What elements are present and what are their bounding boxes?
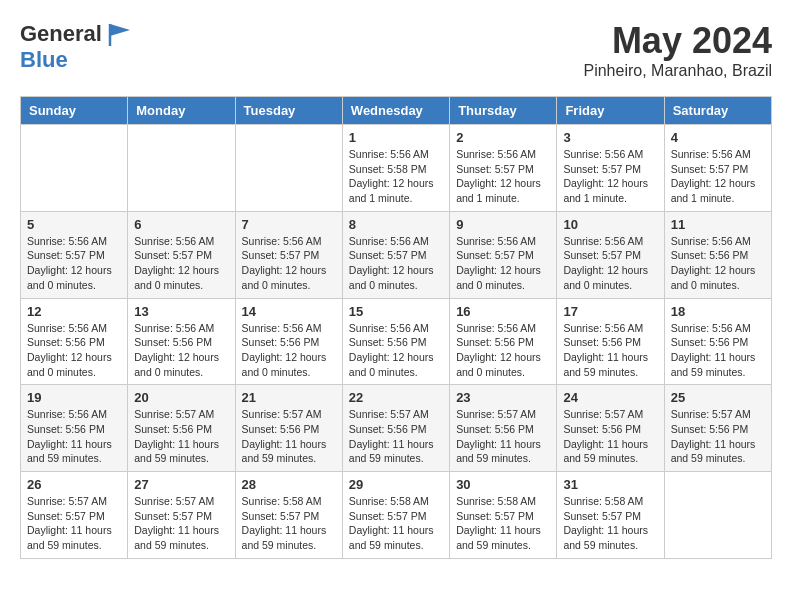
calendar-cell: 16Sunrise: 5:56 AM Sunset: 5:56 PM Dayli… [450,298,557,385]
calendar-cell: 30Sunrise: 5:58 AM Sunset: 5:57 PM Dayli… [450,472,557,559]
day-number: 23 [456,390,550,405]
day-number: 6 [134,217,228,232]
day-number: 21 [242,390,336,405]
calendar-cell: 5Sunrise: 5:56 AM Sunset: 5:57 PM Daylig… [21,211,128,298]
day-info: Sunrise: 5:56 AM Sunset: 5:56 PM Dayligh… [563,321,657,380]
day-info: Sunrise: 5:56 AM Sunset: 5:56 PM Dayligh… [242,321,336,380]
day-number: 18 [671,304,765,319]
calendar-cell: 6Sunrise: 5:56 AM Sunset: 5:57 PM Daylig… [128,211,235,298]
day-info: Sunrise: 5:57 AM Sunset: 5:56 PM Dayligh… [456,407,550,466]
title-block: May 2024 Pinheiro, Maranhao, Brazil [583,20,772,80]
calendar-week-row: 26Sunrise: 5:57 AM Sunset: 5:57 PM Dayli… [21,472,772,559]
day-number: 20 [134,390,228,405]
day-info: Sunrise: 5:56 AM Sunset: 5:57 PM Dayligh… [563,147,657,206]
day-number: 8 [349,217,443,232]
calendar-cell: 28Sunrise: 5:58 AM Sunset: 5:57 PM Dayli… [235,472,342,559]
day-info: Sunrise: 5:58 AM Sunset: 5:57 PM Dayligh… [563,494,657,553]
day-info: Sunrise: 5:57 AM Sunset: 5:57 PM Dayligh… [27,494,121,553]
day-info: Sunrise: 5:56 AM Sunset: 5:57 PM Dayligh… [27,234,121,293]
day-info: Sunrise: 5:57 AM Sunset: 5:56 PM Dayligh… [671,407,765,466]
calendar-cell: 15Sunrise: 5:56 AM Sunset: 5:56 PM Dayli… [342,298,449,385]
calendar-cell: 31Sunrise: 5:58 AM Sunset: 5:57 PM Dayli… [557,472,664,559]
weekday-header-friday: Friday [557,97,664,125]
calendar-cell: 20Sunrise: 5:57 AM Sunset: 5:56 PM Dayli… [128,385,235,472]
weekday-header-saturday: Saturday [664,97,771,125]
calendar-cell: 21Sunrise: 5:57 AM Sunset: 5:56 PM Dayli… [235,385,342,472]
calendar-week-row: 5Sunrise: 5:56 AM Sunset: 5:57 PM Daylig… [21,211,772,298]
day-info: Sunrise: 5:56 AM Sunset: 5:56 PM Dayligh… [456,321,550,380]
calendar-cell: 25Sunrise: 5:57 AM Sunset: 5:56 PM Dayli… [664,385,771,472]
calendar-cell: 11Sunrise: 5:56 AM Sunset: 5:56 PM Dayli… [664,211,771,298]
day-number: 12 [27,304,121,319]
calendar-week-row: 12Sunrise: 5:56 AM Sunset: 5:56 PM Dayli… [21,298,772,385]
day-number: 3 [563,130,657,145]
day-number: 24 [563,390,657,405]
calendar-week-row: 19Sunrise: 5:56 AM Sunset: 5:56 PM Dayli… [21,385,772,472]
day-info: Sunrise: 5:56 AM Sunset: 5:57 PM Dayligh… [349,234,443,293]
day-info: Sunrise: 5:57 AM Sunset: 5:56 PM Dayligh… [349,407,443,466]
day-info: Sunrise: 5:56 AM Sunset: 5:56 PM Dayligh… [671,321,765,380]
weekday-header-row: SundayMondayTuesdayWednesdayThursdayFrid… [21,97,772,125]
day-info: Sunrise: 5:56 AM Sunset: 5:57 PM Dayligh… [456,234,550,293]
day-number: 5 [27,217,121,232]
day-info: Sunrise: 5:57 AM Sunset: 5:56 PM Dayligh… [242,407,336,466]
day-number: 26 [27,477,121,492]
day-info: Sunrise: 5:58 AM Sunset: 5:57 PM Dayligh… [456,494,550,553]
day-info: Sunrise: 5:58 AM Sunset: 5:57 PM Dayligh… [349,494,443,553]
day-number: 4 [671,130,765,145]
day-number: 31 [563,477,657,492]
calendar-table: SundayMondayTuesdayWednesdayThursdayFrid… [20,96,772,559]
calendar-cell: 22Sunrise: 5:57 AM Sunset: 5:56 PM Dayli… [342,385,449,472]
svg-marker-0 [110,24,130,36]
logo-flag-icon [106,20,134,48]
page-header: General Blue May 2024 Pinheiro, Maranhao… [20,20,772,80]
day-info: Sunrise: 5:57 AM Sunset: 5:56 PM Dayligh… [134,407,228,466]
weekday-header-wednesday: Wednesday [342,97,449,125]
day-info: Sunrise: 5:56 AM Sunset: 5:56 PM Dayligh… [671,234,765,293]
weekday-header-thursday: Thursday [450,97,557,125]
day-info: Sunrise: 5:57 AM Sunset: 5:56 PM Dayligh… [563,407,657,466]
month-title: May 2024 [583,20,772,62]
calendar-cell: 8Sunrise: 5:56 AM Sunset: 5:57 PM Daylig… [342,211,449,298]
calendar-cell: 9Sunrise: 5:56 AM Sunset: 5:57 PM Daylig… [450,211,557,298]
calendar-cell: 29Sunrise: 5:58 AM Sunset: 5:57 PM Dayli… [342,472,449,559]
day-number: 11 [671,217,765,232]
weekday-header-sunday: Sunday [21,97,128,125]
logo: General Blue [20,20,134,72]
day-info: Sunrise: 5:56 AM Sunset: 5:58 PM Dayligh… [349,147,443,206]
calendar-cell: 2Sunrise: 5:56 AM Sunset: 5:57 PM Daylig… [450,125,557,212]
day-number: 30 [456,477,550,492]
day-number: 10 [563,217,657,232]
calendar-cell: 19Sunrise: 5:56 AM Sunset: 5:56 PM Dayli… [21,385,128,472]
location: Pinheiro, Maranhao, Brazil [583,62,772,80]
calendar-cell [21,125,128,212]
day-info: Sunrise: 5:56 AM Sunset: 5:56 PM Dayligh… [134,321,228,380]
calendar-cell: 23Sunrise: 5:57 AM Sunset: 5:56 PM Dayli… [450,385,557,472]
day-info: Sunrise: 5:58 AM Sunset: 5:57 PM Dayligh… [242,494,336,553]
day-info: Sunrise: 5:56 AM Sunset: 5:57 PM Dayligh… [671,147,765,206]
day-number: 17 [563,304,657,319]
calendar-cell [664,472,771,559]
weekday-header-monday: Monday [128,97,235,125]
calendar-cell: 14Sunrise: 5:56 AM Sunset: 5:56 PM Dayli… [235,298,342,385]
calendar-cell: 18Sunrise: 5:56 AM Sunset: 5:56 PM Dayli… [664,298,771,385]
calendar-cell: 24Sunrise: 5:57 AM Sunset: 5:56 PM Dayli… [557,385,664,472]
calendar-cell: 7Sunrise: 5:56 AM Sunset: 5:57 PM Daylig… [235,211,342,298]
day-info: Sunrise: 5:57 AM Sunset: 5:57 PM Dayligh… [134,494,228,553]
weekday-header-tuesday: Tuesday [235,97,342,125]
day-number: 2 [456,130,550,145]
logo-blue-text: Blue [20,48,134,72]
day-number: 19 [27,390,121,405]
day-number: 16 [456,304,550,319]
day-info: Sunrise: 5:56 AM Sunset: 5:57 PM Dayligh… [456,147,550,206]
calendar-cell: 1Sunrise: 5:56 AM Sunset: 5:58 PM Daylig… [342,125,449,212]
calendar-cell: 12Sunrise: 5:56 AM Sunset: 5:56 PM Dayli… [21,298,128,385]
day-number: 13 [134,304,228,319]
calendar-cell: 17Sunrise: 5:56 AM Sunset: 5:56 PM Dayli… [557,298,664,385]
calendar-cell: 13Sunrise: 5:56 AM Sunset: 5:56 PM Dayli… [128,298,235,385]
calendar-cell [128,125,235,212]
calendar-cell: 3Sunrise: 5:56 AM Sunset: 5:57 PM Daylig… [557,125,664,212]
day-number: 1 [349,130,443,145]
calendar-cell [235,125,342,212]
day-number: 14 [242,304,336,319]
